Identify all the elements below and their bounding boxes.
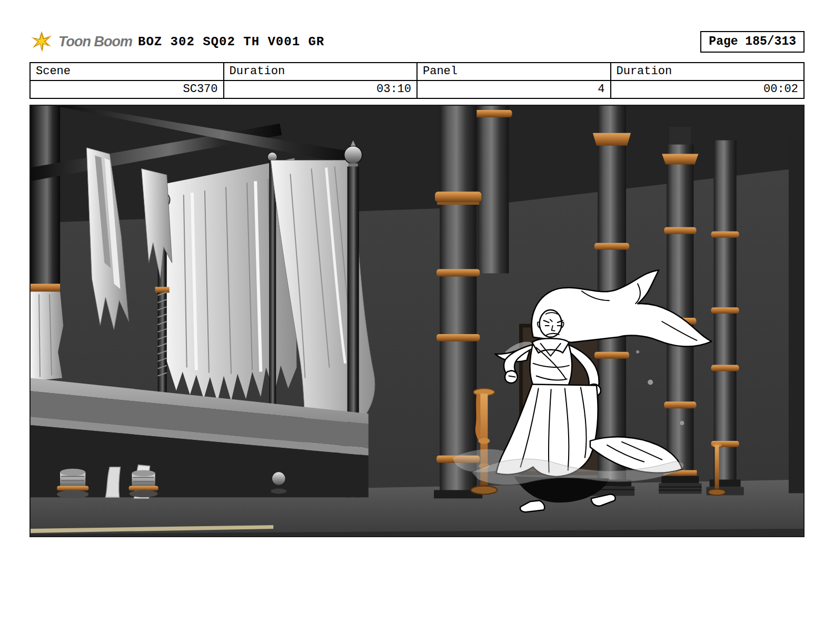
column-front — [434, 106, 482, 498]
scene-duration-value: 03:10 — [224, 80, 418, 98]
column-edge — [789, 139, 803, 494]
page-header: Toon Boom BOZ 302 SQ02 TH V001 GR Page 1… — [29, 28, 805, 55]
column-back — [474, 106, 512, 273]
scene-duration-label: Duration — [224, 63, 418, 80]
page-number-badge: Page 185/313 — [700, 31, 805, 53]
storyboard-page: Toon Boom BOZ 302 SQ02 TH V001 GR Page 1… — [0, 0, 834, 644]
panel-duration-label: Duration — [611, 63, 805, 80]
panel-duration-value: 00:02 — [611, 80, 805, 98]
scene-label: Scene — [30, 63, 224, 80]
panel-label: Panel — [417, 63, 611, 80]
panel-info-table: Scene Duration Panel Duration SC370 03:1… — [29, 62, 805, 99]
info-label-row: Scene Duration Panel Duration — [30, 63, 804, 80]
info-value-row: SC370 03:10 4 00:02 — [30, 80, 804, 98]
bed-foot — [57, 469, 88, 499]
panel-number-value: 4 — [417, 80, 611, 98]
scene-value: SC370 — [30, 80, 224, 98]
board-title: BOZ 302 SQ02 TH V001 GR — [138, 35, 700, 49]
bed-foot — [129, 470, 158, 498]
toonboom-logo-text: Toon Boom — [58, 34, 132, 50]
toonboom-burst-icon — [29, 29, 54, 54]
toonboom-logo: Toon Boom — [29, 29, 133, 54]
storyboard-panel — [29, 105, 805, 537]
storyboard-frame-art — [31, 106, 803, 536]
